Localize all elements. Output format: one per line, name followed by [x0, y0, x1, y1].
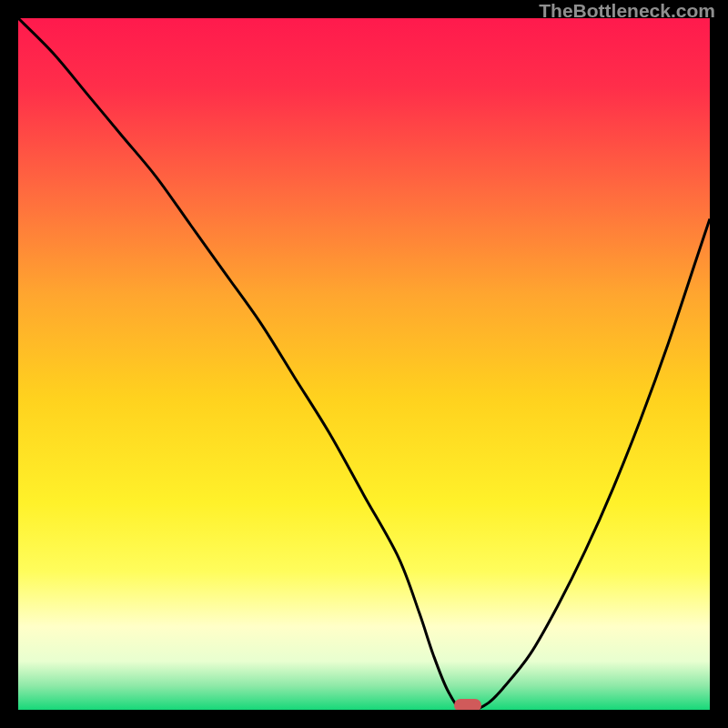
bottleneck-curve: [18, 18, 710, 710]
plot-area: [18, 18, 710, 710]
optimal-marker: [454, 699, 481, 710]
chart-frame: TheBottleneck.com: [0, 0, 728, 728]
curve-path: [18, 18, 710, 710]
